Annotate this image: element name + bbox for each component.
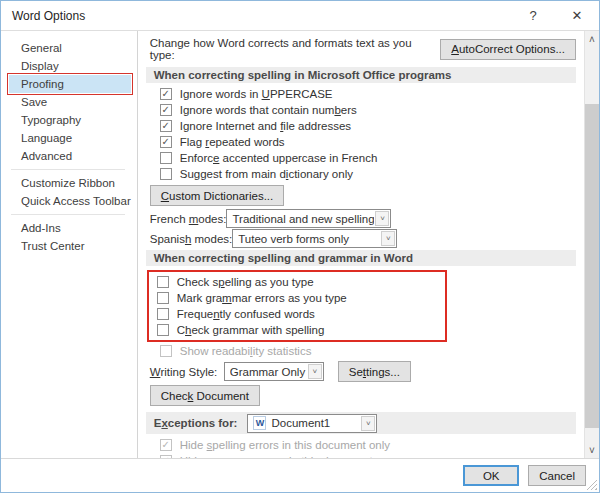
checkbox-row[interactable]: ✓Ignore words that contain numbers xyxy=(160,103,576,117)
section-header-office-spelling: When correcting spelling in Microsoft Of… xyxy=(146,67,576,83)
spanish-modes-label: Spanish modes: xyxy=(150,233,233,245)
sidebar-item-proofing[interactable]: Proofing xyxy=(9,75,131,93)
autocorrect-options-button[interactable]: AutoCorrect Options... xyxy=(440,39,576,60)
writing-style-label: Writing Style: xyxy=(150,366,224,378)
check-document-button[interactable]: Check Document xyxy=(150,385,260,406)
french-modes-select[interactable]: Traditional and new spellings ˅ xyxy=(226,209,391,228)
checkbox-row[interactable]: Frequently confused words xyxy=(157,307,445,321)
scrollbar-track[interactable] xyxy=(585,47,599,442)
word-options-dialog: Word Options ? ✕ GeneralDisplayProofingS… xyxy=(0,0,600,493)
section-header-word-grammar: When correcting spelling and grammar in … xyxy=(146,250,576,266)
spanish-modes-row: Spanish modes: Tuteo verb forms only ˅ xyxy=(150,229,576,248)
checkbox-row[interactable]: ✓Ignore words in UPPERCASE xyxy=(160,87,576,101)
checkbox-row[interactable]: Enforce accented uppercase in French xyxy=(160,151,576,165)
checked-checkbox[interactable]: ✓ xyxy=(160,104,172,116)
sidebar-item-trust-center[interactable]: Trust Center xyxy=(9,237,131,255)
checkbox-row[interactable]: Check grammar with spelling xyxy=(157,323,445,337)
spanish-modes-select[interactable]: Tuteo verb forms only ˅ xyxy=(232,229,397,248)
sidebar-item-advanced[interactable]: Advanced xyxy=(9,147,131,165)
scroll-down-icon[interactable]: ˅ xyxy=(585,442,599,458)
unchecked-checkbox[interactable] xyxy=(157,276,169,288)
resize-grip[interactable] xyxy=(586,479,597,490)
unchecked-checkbox[interactable] xyxy=(157,292,169,304)
autocorrect-description: Change how Word corrects and formats tex… xyxy=(150,37,430,61)
cancel-button[interactable]: Cancel xyxy=(528,465,586,486)
checked-checkbox: ✓ xyxy=(160,439,172,451)
unchecked-checkbox[interactable] xyxy=(157,308,169,320)
french-modes-row: French modes: Traditional and new spelli… xyxy=(150,209,576,228)
checkbox-label: Frequently confused words xyxy=(177,308,315,320)
chevron-down-icon: ˅ xyxy=(375,211,389,226)
sidebar-item-customize-ribbon[interactable]: Customize Ribbon xyxy=(9,174,131,192)
checkbox-label: Enforce accented uppercase in French xyxy=(180,152,378,164)
checkbox-label: Check grammar with spelling xyxy=(177,324,325,336)
check-document-row: Check Document xyxy=(150,385,576,406)
unchecked-checkbox[interactable] xyxy=(157,324,169,336)
sidebar-item-add-ins[interactable]: Add-Ins xyxy=(9,219,131,237)
window-title: Word Options xyxy=(1,9,511,23)
sidebar-item-typography[interactable]: Typography xyxy=(9,111,131,129)
help-icon[interactable]: ? xyxy=(511,1,555,30)
sidebar-item-save[interactable]: Save xyxy=(9,93,131,111)
sidebar-item-quick-access-toolbar[interactable]: Quick Access Toolbar xyxy=(9,192,131,210)
autocorrect-row: Change how Word corrects and formats tex… xyxy=(150,37,576,61)
checkbox-label: Hide spelling errors in this document on… xyxy=(180,439,390,451)
titlebar: Word Options ? ✕ xyxy=(1,1,599,30)
exceptions-options: ✓Hide spelling errors in this document o… xyxy=(150,438,576,458)
checkbox-row[interactable]: ✓Flag repeated words xyxy=(160,135,576,149)
checkbox-row: ✓Hide spelling errors in this document o… xyxy=(160,438,576,452)
settings-button[interactable]: Settings... xyxy=(338,361,411,382)
checkbox-label: Check spelling as you type xyxy=(177,276,314,288)
checkbox-label: Suggest from main dictionary only xyxy=(180,168,353,180)
chevron-down-icon: ˅ xyxy=(308,364,322,379)
writing-style-row: Writing Style: Grammar Only ˅ Settings..… xyxy=(150,361,576,382)
annotation-box: Check spelling as you typeMark grammar e… xyxy=(147,270,447,342)
exceptions-document-select[interactable]: W Document1 ˅ xyxy=(247,414,377,433)
checkbox-row[interactable]: ✓Ignore Internet and file addresses xyxy=(160,119,576,133)
sidebar-item-language[interactable]: Language xyxy=(9,129,131,147)
exceptions-label: Exceptions for: xyxy=(154,417,238,429)
readability-row: Show readability statistics xyxy=(150,344,576,358)
checkbox-label: Flag repeated words xyxy=(180,136,285,148)
sidebar: GeneralDisplayProofingSaveTypographyLang… xyxy=(9,31,138,458)
footer: OK Cancel xyxy=(1,458,599,492)
sidebar-divider xyxy=(11,214,125,215)
checkbox-row[interactable]: Check spelling as you type xyxy=(157,275,445,289)
checkbox-row[interactable]: Suggest from main dictionary only xyxy=(160,167,576,181)
scrollbar[interactable]: ˄ ˅ xyxy=(584,31,599,458)
custom-dictionaries-button[interactable]: Custom Dictionaries... xyxy=(150,185,285,206)
content-panel: Change how Word corrects and formats tex… xyxy=(138,31,584,458)
sidebar-item-display[interactable]: Display xyxy=(9,57,131,75)
office-spelling-options: ✓Ignore words in UPPERCASE✓Ignore words … xyxy=(150,87,576,181)
checkbox-label: Show readability statistics xyxy=(180,345,312,357)
sidebar-divider xyxy=(11,169,125,170)
checked-checkbox[interactable]: ✓ xyxy=(160,88,172,100)
custom-dictionaries-row: Custom Dictionaries... xyxy=(150,185,576,206)
checked-checkbox[interactable]: ✓ xyxy=(160,136,172,148)
checked-checkbox[interactable]: ✓ xyxy=(160,120,172,132)
exceptions-document-value: Document1 xyxy=(271,417,360,429)
sidebar-item-general[interactable]: General xyxy=(9,39,131,57)
scroll-up-icon[interactable]: ˄ xyxy=(585,31,599,47)
close-icon[interactable]: ✕ xyxy=(555,1,599,30)
checkbox-label: Ignore words in UPPERCASE xyxy=(180,88,333,100)
writing-style-select[interactable]: Grammar Only ˅ xyxy=(224,362,324,381)
scrollbar-thumb[interactable] xyxy=(585,104,599,428)
unchecked-checkbox xyxy=(160,345,172,357)
french-modes-label: French modes: xyxy=(150,213,227,225)
exceptions-bar: Exceptions for: W Document1 ˅ xyxy=(146,412,576,434)
checkbox-row[interactable]: Mark grammar errors as you type xyxy=(157,291,445,305)
unchecked-checkbox[interactable] xyxy=(160,168,172,180)
checkbox-label: Ignore words that contain numbers xyxy=(180,104,357,116)
checkbox-row: Show readability statistics xyxy=(160,344,576,358)
checkbox-label: Ignore Internet and file addresses xyxy=(180,120,351,132)
dialog-body: GeneralDisplayProofingSaveTypographyLang… xyxy=(1,30,599,458)
chevron-down-icon: ˅ xyxy=(381,231,395,246)
unchecked-checkbox[interactable] xyxy=(160,152,172,164)
chevron-down-icon: ˅ xyxy=(361,416,375,431)
word-document-icon: W xyxy=(253,416,266,430)
ok-button[interactable]: OK xyxy=(463,465,519,486)
checkbox-label: Mark grammar errors as you type xyxy=(177,292,347,304)
